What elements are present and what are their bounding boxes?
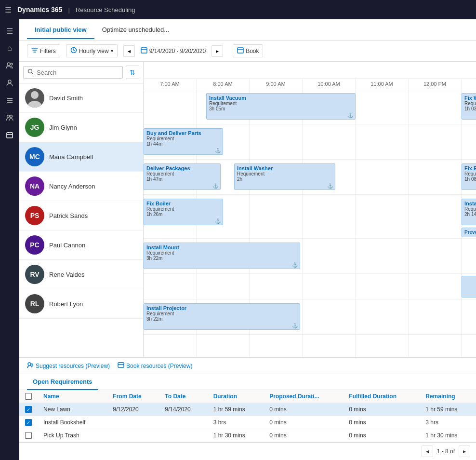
hamburger-icon[interactable]: ☰ (5, 5, 12, 14)
resource-name-paul-cannon: Paul Cannon (49, 242, 85, 249)
event-install-vacuum[interactable]: Install Vacuum Requirement 3h 05m ⚓ (206, 93, 356, 120)
row-fulfilled-1: 0 mins (343, 416, 420, 429)
avatar-paul-cannon: PC (25, 235, 44, 255)
event-sub: Requirement (146, 171, 218, 176)
req-tabs: Open Requirements (19, 374, 476, 390)
calendar-area[interactable]: Monday - 9/14/2020 7:00 AM 8:00 AM 9:00 … (144, 62, 476, 357)
sidebar-icon-home[interactable]: ⌂ (2, 41, 17, 56)
sidebar-icon-menu[interactable]: ☰ (2, 23, 17, 39)
resource-item-nancy-anderson[interactable]: NA Nancy Anderson (19, 172, 143, 201)
sidebar-icon-list[interactable] (2, 93, 17, 108)
resource-item-maria-campbell[interactable]: MC Maria Campbell (19, 142, 143, 172)
tab-initial-public-view[interactable]: Initial public view (27, 21, 94, 39)
page-next-button[interactable]: ▸ (459, 446, 470, 457)
event-install-projector[interactable]: Install Projector Requirement 3h 22m ⚓ (144, 303, 300, 330)
select-all-checkbox[interactable] (25, 393, 32, 400)
book-resources-link[interactable]: Book resources (Preview) (118, 362, 192, 370)
event-buy-deliver[interactable]: Buy and Deliver Parts Requirement 1h 44m… (144, 128, 223, 155)
row-to-2 (159, 429, 207, 442)
sort-button[interactable]: ⇅ (126, 66, 139, 79)
svg-point-0 (7, 63, 10, 66)
row-duration-1: 3 hrs (208, 416, 264, 429)
sidebar-icon-resources[interactable] (2, 58, 17, 73)
svg-rect-4 (7, 100, 13, 101)
svg-point-14 (28, 101, 41, 108)
grid-row-3: 26m Fix Boiler Requirement 1h 26m ⚓ Inst… (144, 195, 476, 239)
event-fix-eng[interactable]: Fix Eng... Require... 1h 08m (462, 163, 476, 190)
row-name-0[interactable]: New Lawn (38, 403, 107, 416)
avatar-jim-glynn: JG (25, 118, 44, 137)
row-checkbox-0[interactable]: ✓ (25, 406, 32, 413)
date-next-button[interactable]: ▸ (212, 45, 223, 57)
resource-item-david-smith[interactable]: David Smith (19, 83, 143, 113)
req-table-area: Open Requirements Name From Date To Date… (19, 374, 476, 460)
row-checkbox-1[interactable]: ✓ (25, 419, 32, 426)
filters-button[interactable]: Filters (27, 44, 60, 57)
event-duration: 3h 22m (146, 316, 297, 322)
event-duration: 2h 14m (464, 212, 476, 217)
event-install-washer[interactable]: Install Washer Requirement 2h ⚓ (234, 163, 335, 190)
event-sub: Requirement (146, 311, 297, 316)
suggest-icon (27, 362, 34, 370)
svg-point-13 (31, 91, 39, 99)
event-partial-right[interactable] (462, 276, 476, 298)
event-title: Fix Boiler (146, 201, 220, 206)
event-fix-boiler[interactable]: Fix Boiler Requirement 1h 26m ⚓ (144, 199, 223, 225)
sidebar-icon-calendar[interactable] (2, 127, 17, 143)
book-button[interactable]: Book (233, 44, 263, 57)
resource-item-paul-cannon[interactable]: PC Paul Cannon (19, 230, 143, 260)
event-sub: Requirement (146, 206, 220, 212)
row-proposed-2: 0 mins (264, 429, 343, 442)
event-title: Fix Eng... (464, 165, 476, 171)
sidebar-icon-person[interactable] (2, 75, 17, 91)
svg-point-1 (11, 63, 13, 65)
anchor-icon: ⚓ (292, 323, 298, 328)
event-prevent[interactable]: Prevent... (462, 228, 476, 237)
col-remaining: Remaining (420, 390, 476, 403)
tab-open-requirements[interactable]: Open Requirements (27, 374, 98, 390)
tab-optimize-unscheduled[interactable]: Optimize unscheduled... (94, 21, 177, 39)
grid-row-7 (144, 335, 476, 357)
row-to-1 (159, 416, 207, 429)
row-check-1[interactable]: ✓ (19, 416, 38, 429)
event-install-mount[interactable]: Install Mount Requirement 3h 22m ⚓ (144, 243, 300, 269)
time-12pm: 12:00 PM (409, 79, 462, 89)
resource-item-rene-valdes[interactable]: RV Rene Valdes (19, 260, 143, 289)
search-box[interactable] (23, 66, 123, 79)
event-title: Install Washer (237, 165, 332, 171)
row-name-1[interactable]: Install Bookshelf (38, 416, 107, 429)
date-prev-button[interactable]: ◂ (123, 45, 135, 57)
schedule-area: ⇅ David Smith JG Jim Glynn MC (19, 62, 476, 357)
row-check-0[interactable]: ✓ (19, 403, 38, 416)
avatar-robert-lyon: RL (25, 294, 44, 313)
resource-item-robert-lyon[interactable]: RL Robert Lyon (19, 289, 143, 319)
event-install-partial[interactable]: Install... Require... 2h 14m (462, 199, 476, 225)
time-10am: 10:00 AM (303, 79, 356, 89)
toolbar: Filters Hourly view ▾ ◂ 9/14/2020 - 9/20… (19, 41, 476, 62)
event-title: Install Projector (146, 305, 297, 311)
hourly-view-button[interactable]: Hourly view ▾ (66, 44, 118, 57)
row-name-2[interactable]: Pick Up Trash (38, 429, 107, 442)
event-deliver-packages[interactable]: Deliver Packages Requirement 1h 47m ⚓ (144, 163, 221, 190)
col-proposed: Proposed Durati... (264, 390, 343, 403)
filters-label: Filters (40, 48, 56, 54)
app-module: Resource Scheduling (76, 6, 135, 14)
row-checkbox-2[interactable] (25, 432, 32, 439)
row-check-2[interactable] (19, 429, 38, 442)
event-duration: 1h 26m (146, 212, 220, 217)
time-8am: 8:00 AM (197, 79, 250, 89)
event-duration: 1h 47m (146, 176, 218, 182)
search-input[interactable] (37, 69, 119, 76)
suggest-resources-link[interactable]: Suggest resources (Preview) (27, 362, 110, 370)
sidebar-icon-users2[interactable] (2, 110, 17, 125)
time-7am: 7:00 AM (144, 79, 197, 89)
bottom-actions: Suggest resources (Preview) Book resourc… (19, 358, 476, 374)
resource-item-patrick-sands[interactable]: PS Patrick Sands (19, 201, 143, 230)
resource-item-jim-glynn[interactable]: JG Jim Glynn (19, 113, 143, 142)
requirements-table: Name From Date To Date Duration Proposed… (19, 390, 476, 442)
anchor-icon: ⚓ (347, 113, 353, 118)
event-sub: Requirement (146, 136, 220, 141)
page-prev-button[interactable]: ◂ (422, 446, 433, 457)
event-fix-washer[interactable]: Fix Wa... Require... 1h 03m (462, 93, 476, 120)
table-row: Pick Up Trash 1 hr 30 mins 0 mins 0 mins… (19, 429, 476, 442)
